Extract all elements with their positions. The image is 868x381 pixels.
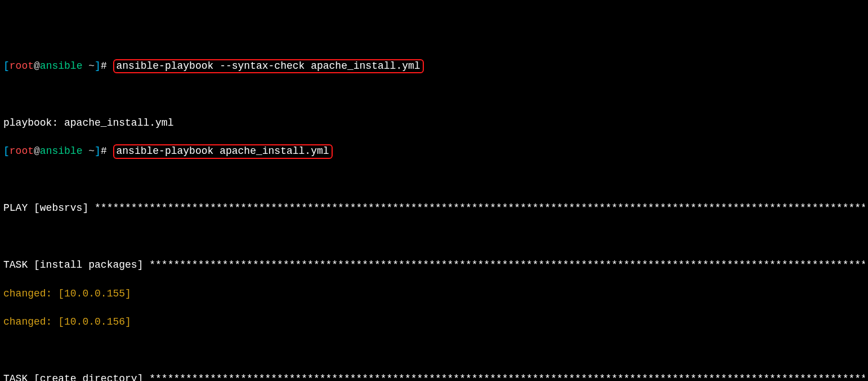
blank-line <box>3 343 865 357</box>
task-header: TASK [create directory] ****************… <box>3 372 865 381</box>
prompt-hash: # <box>101 60 113 72</box>
prompt-at: @ <box>34 60 40 72</box>
task-result: changed: [10.0.0.155] <box>3 287 865 301</box>
prompt-path: ~ <box>82 60 95 72</box>
play-label: PLAY [websrvs] <box>3 202 95 214</box>
task-result: changed: [10.0.0.156] <box>3 315 865 329</box>
prompt-close: ] <box>95 60 101 72</box>
prompt-line-1[interactable]: [root@ansible ~]# ansible-playbook --syn… <box>3 59 865 74</box>
prompt-open: [ <box>3 60 10 72</box>
blank-line <box>3 230 865 244</box>
prompt-at: @ <box>34 145 40 157</box>
play-stars: ****************************************… <box>95 202 865 214</box>
play-header: PLAY [websrvs] *************************… <box>3 201 865 215</box>
prompt-host: ansible <box>40 60 83 72</box>
prompt-path: ~ <box>82 145 95 157</box>
prompt-host: ansible <box>40 145 83 157</box>
prompt-hash: # <box>101 145 113 157</box>
prompt-line-2[interactable]: [root@ansible ~]# ansible-playbook apach… <box>3 144 865 159</box>
prompt-close: ] <box>95 145 101 157</box>
prompt-open: [ <box>3 145 10 157</box>
command-text-1: ansible-playbook --syntax-check apache_i… <box>117 60 420 72</box>
task-stars: ****************************************… <box>149 373 865 381</box>
prompt-user: root <box>10 60 34 72</box>
task-label: TASK [create directory] <box>3 373 149 381</box>
blank-line <box>3 173 865 187</box>
command-text-2: ansible-playbook apache_install.yml <box>117 145 329 157</box>
highlighted-command-1: ansible-playbook --syntax-check apache_i… <box>113 59 424 74</box>
blank-line <box>3 88 865 102</box>
task-header: TASK [install packages] ****************… <box>3 258 865 272</box>
highlighted-command-2: ansible-playbook apache_install.yml <box>113 144 333 159</box>
task-label: TASK [install packages] <box>3 259 149 271</box>
task-stars: ****************************************… <box>149 259 865 271</box>
prompt-user: root <box>10 145 34 157</box>
syntax-check-result: playbook: apache_install.yml <box>3 116 865 130</box>
